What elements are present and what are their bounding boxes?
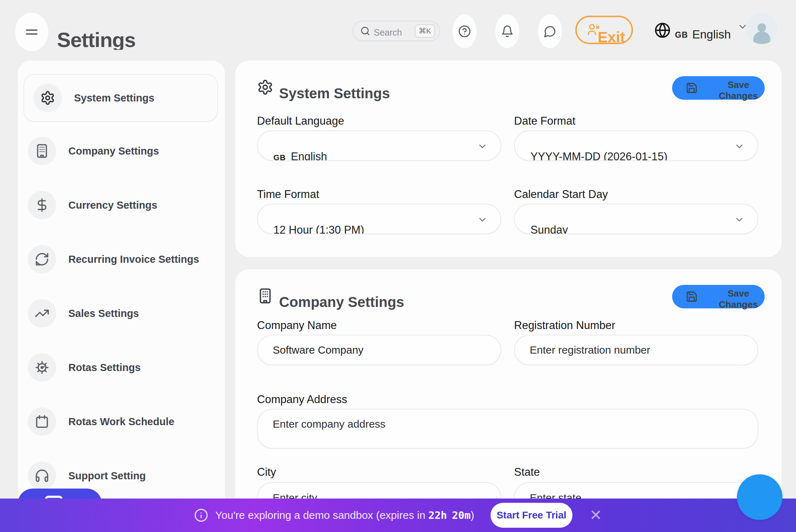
field-label-time-format: Time Format <box>257 188 319 201</box>
select-value: 12 Hour (1:30 PM) <box>273 224 364 234</box>
page-title: Settings <box>57 28 136 50</box>
company-settings-card: Company Settings Save Changes Company Na… <box>235 269 782 520</box>
building-icon <box>28 137 56 165</box>
chat-bubble-icon <box>544 25 556 38</box>
field-label-company-name: Company Name <box>257 319 337 332</box>
date-format-select[interactable]: YYYY-MM-DD (2026-01-15) <box>514 130 758 161</box>
user-avatar[interactable] <box>746 13 777 44</box>
field-label-city: City <box>257 466 276 479</box>
person-icon <box>749 19 775 44</box>
trending-up-icon <box>28 299 56 328</box>
chat-fab-button[interactable] <box>737 474 782 520</box>
default-language-select[interactable]: GBEnglish <box>257 130 501 161</box>
banner-minutes: 20m <box>452 509 471 521</box>
field-label-company-address: Company Address <box>257 393 347 406</box>
sidebar-item-sales-settings[interactable]: Sales Settings <box>18 286 225 340</box>
bell-icon <box>501 25 514 38</box>
sidebar-item-label: System Settings <box>74 92 155 104</box>
language-name: English <box>692 28 731 41</box>
field-label-date-format: Date Format <box>514 115 575 127</box>
language-selector[interactable]: GB English <box>654 19 748 41</box>
card-title: Company Settings <box>279 294 404 310</box>
field-label-registration-number: Registration Number <box>514 319 615 332</box>
sidebar-item-label: Currency Settings <box>68 199 157 211</box>
registration-number-input[interactable] <box>514 335 758 365</box>
chevron-down-icon <box>477 214 488 225</box>
gear-icon <box>257 79 273 95</box>
notifications-button[interactable] <box>495 14 519 48</box>
select-value: Sunday <box>530 224 568 234</box>
exit-label: Exit <box>598 29 625 44</box>
help-button[interactable] <box>452 14 477 48</box>
search-placeholder: Search <box>374 25 411 38</box>
company-name-input[interactable] <box>257 335 501 365</box>
save-icon <box>686 291 698 303</box>
sidebar-item-company-settings[interactable]: Company Settings <box>18 124 225 178</box>
sidebar-item-label: Sales Settings <box>68 308 139 319</box>
field-label-default-language: Default Language <box>257 115 344 127</box>
language-code-prefix: GB <box>273 153 286 161</box>
field-label-calendar-start-day: Calendar Start Day <box>514 188 608 201</box>
save-changes-button[interactable]: Save Changes <box>672 76 765 100</box>
banner-close-icon[interactable]: ✕ <box>590 508 602 523</box>
sidebar-item-label: Support Setting <box>68 470 146 482</box>
card-title: System Settings <box>279 85 390 101</box>
demo-sandbox-banner: You're exploring a demo sandbox (expires… <box>0 499 796 532</box>
language-code: GB <box>675 30 688 41</box>
sidebar-item-rotas-settings[interactable]: Rotas Settings <box>18 340 225 395</box>
field-label-state: State <box>514 466 540 479</box>
save-changes-button[interactable]: Save Changes <box>672 285 765 308</box>
settings-sidebar: System Settings Company Settings Currenc… <box>18 61 225 520</box>
start-free-trial-button[interactable]: Start Free Trial <box>491 503 572 528</box>
hamburger-icon <box>24 24 40 40</box>
hamburger-menu-button[interactable] <box>15 13 48 51</box>
building-icon <box>257 288 273 304</box>
sidebar-item-label: Recurring Invoice Settings <box>68 254 199 265</box>
chevron-down-icon <box>477 141 488 152</box>
sidebar-item-recurring-invoice-settings[interactable]: Recurring Invoice Settings <box>18 232 225 286</box>
gear-dial-icon <box>28 353 56 382</box>
save-icon <box>686 82 698 94</box>
banner-message-suffix: ) <box>471 509 474 521</box>
sidebar-item-currency-settings[interactable]: Currency Settings <box>18 178 225 232</box>
headphones-icon <box>28 461 56 490</box>
globe-icon <box>654 22 671 38</box>
company-address-input[interactable] <box>257 409 758 449</box>
refresh-icon <box>28 245 56 273</box>
sidebar-item-label: Rotas Work Schedule <box>68 416 174 428</box>
sidebar-item-system-settings[interactable]: System Settings <box>23 74 218 122</box>
chevron-down-icon <box>734 141 745 152</box>
search-input[interactable]: Search ⌘K <box>352 21 440 41</box>
sidebar-item-label: Rotas Settings <box>68 362 141 374</box>
sidebar-item-rotas-work-schedule[interactable]: Rotas Work Schedule <box>18 395 225 449</box>
chat-button[interactable] <box>538 14 562 48</box>
banner-hours: 22h <box>428 509 447 521</box>
gear-icon <box>33 84 62 112</box>
select-value: English <box>291 150 327 161</box>
calendar-start-day-select[interactable]: Sunday <box>514 204 758 234</box>
time-format-select[interactable]: 12 Hour (1:30 PM) <box>257 204 501 234</box>
calendar-icon <box>28 407 56 436</box>
exit-button[interactable]: Exit <box>575 16 633 44</box>
system-settings-card: System Settings Save Changes Default Lan… <box>235 61 782 257</box>
banner-message: You're exploring a demo sandbox (expires… <box>215 509 474 521</box>
chevron-down-icon <box>734 214 745 225</box>
search-shortcut-badge: ⌘K <box>415 24 435 38</box>
sidebar-item-label: Company Settings <box>68 145 159 157</box>
info-icon <box>194 508 208 522</box>
search-icon <box>360 26 370 36</box>
settings-page: Settings Search ⌘K Exit GB English <box>0 0 796 532</box>
dollar-icon <box>28 191 56 219</box>
save-changes-label: Save Changes <box>712 283 765 310</box>
save-changes-label: Save Changes <box>712 74 765 101</box>
help-icon <box>458 25 471 38</box>
banner-message-prefix: You're exploring a demo sandbox (expires… <box>215 509 428 521</box>
select-value: YYYY-MM-DD (2026-01-15) <box>530 150 667 161</box>
